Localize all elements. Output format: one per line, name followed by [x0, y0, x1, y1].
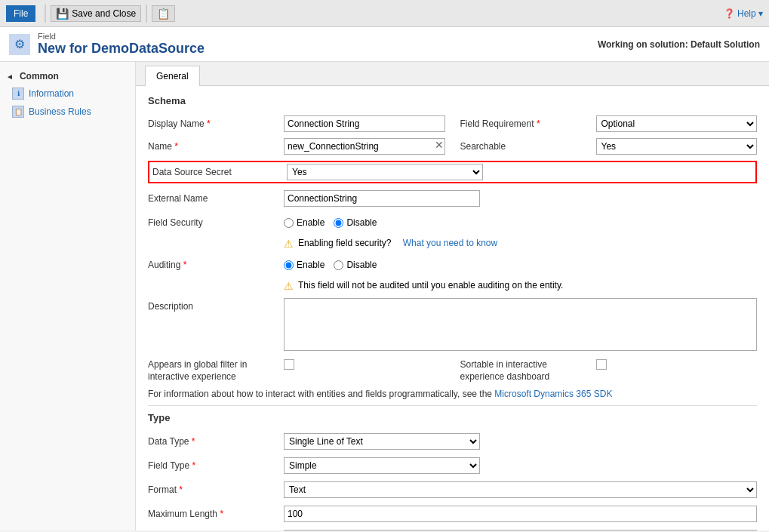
searchable-label: Searchable: [460, 141, 596, 152]
max-length-row: Maximum Length *: [148, 505, 757, 523]
information-icon: ℹ: [12, 88, 24, 100]
name-field: ✕: [284, 138, 445, 155]
info-bar: For information about how to interact wi…: [148, 389, 757, 399]
display-name-row: Display Name * Field Requirement * Optio: [148, 115, 757, 132]
sortable-col: Sortable in interactive experience dashb…: [445, 359, 758, 383]
auditing-row: Auditing * Enable Disable: [148, 256, 757, 274]
description-row: Description: [148, 298, 757, 353]
name-input[interactable]: [284, 138, 445, 155]
sortable-checkbox[interactable]: [596, 359, 607, 370]
external-name-label: External Name: [148, 193, 284, 204]
field-security-enable-radio[interactable]: [284, 218, 294, 228]
form-content: Schema Display Name * Field Requirement …: [136, 86, 769, 530]
field-security-link[interactable]: What you need to know: [403, 238, 497, 248]
copy-icon: 📋: [157, 8, 170, 20]
field-requirement-field: Optional Business Recommended Business R…: [596, 115, 758, 132]
auditing-warning-text: This field will not be audited until you…: [298, 280, 563, 291]
data-type-label: Data Type *: [148, 436, 284, 447]
external-name-row: External Name: [148, 189, 757, 208]
display-name-label: Display Name *: [148, 118, 284, 129]
divider: [148, 405, 757, 406]
data-type-select[interactable]: Single Line of Text Multiple Lines of Te…: [284, 433, 480, 450]
format-select[interactable]: Text Email URL: [284, 481, 757, 498]
global-filter-col: Appears in global filter in interactive …: [148, 359, 445, 383]
display-name-input[interactable]: [284, 115, 445, 132]
external-name-field: [284, 190, 480, 207]
format-label: Format *: [148, 484, 284, 495]
auditing-enable-radio[interactable]: [284, 260, 294, 270]
auditing-radio-group: Enable Disable: [284, 260, 757, 270]
field-requirement-select[interactable]: Optional Business Recommended Business R…: [596, 115, 758, 132]
data-source-secret-select[interactable]: Yes No: [287, 164, 483, 180]
field-security-enable-option[interactable]: Enable: [284, 217, 325, 228]
field-label: Field: [38, 32, 205, 41]
sidebar: ◄ Common ℹ Information 📋 Business Rules: [0, 62, 136, 530]
collapse-arrow-icon[interactable]: ◄: [6, 72, 14, 81]
field-type-field: Simple Calculated Rollup: [284, 457, 480, 474]
global-filter-checkbox[interactable]: [284, 359, 294, 370]
description-textarea[interactable]: [284, 298, 757, 351]
page-title: New for DemoDataSource: [38, 41, 205, 57]
schema-section-title: Schema: [148, 95, 757, 108]
main-layout: ◄ Common ℹ Information 📋 Business Rules …: [0, 62, 769, 530]
field-type-label: Field Type *: [148, 460, 284, 471]
name-row: Name * ✕ Searchable Yes No: [148, 138, 757, 155]
auditing-warning-row: ⚠ This field will not be audited until y…: [284, 280, 757, 292]
searchable-field: Yes No: [596, 138, 758, 155]
data-source-secret-label: Data Source Secret: [151, 167, 287, 177]
field-requirement-label: Field Requirement *: [460, 118, 596, 129]
field-security-disable-radio[interactable]: [334, 218, 343, 228]
searchable-col: Searchable Yes No: [445, 138, 758, 155]
auditing-disable-option[interactable]: Disable: [334, 260, 377, 270]
field-requirement-col: Field Requirement * Optional Business Re…: [445, 115, 758, 132]
data-source-secret-field: Yes No: [287, 164, 754, 180]
page-header: ⚙ Field New for DemoDataSource Working o…: [0, 27, 769, 62]
sortable-field: [596, 359, 758, 370]
format-row: Format * Text Email URL: [148, 481, 757, 499]
working-on-label: Working on solution: Default Solution: [598, 39, 760, 50]
data-type-field: Single Line of Text Multiple Lines of Te…: [284, 433, 480, 450]
sdk-link[interactable]: Microsoft Dynamics 365 SDK: [494, 389, 612, 399]
business-rules-icon: 📋: [12, 106, 24, 118]
sidebar-item-information[interactable]: ℹ Information: [0, 85, 135, 103]
global-filter-label: Appears in global filter in interactive …: [148, 359, 284, 383]
tab-bar: General: [136, 62, 769, 86]
ime-mode-select[interactable]: auto active inactive disabled: [284, 530, 757, 530]
searchable-select[interactable]: Yes No: [596, 138, 758, 155]
display-name-col: Display Name *: [148, 115, 445, 132]
sidebar-common-label: Common: [20, 71, 59, 81]
auditing-enable-option[interactable]: Enable: [284, 260, 325, 270]
description-label: Description: [148, 298, 284, 312]
field-security-row: Field Security Enable Disable: [148, 214, 757, 232]
copy-button[interactable]: 📋: [152, 5, 175, 22]
name-label: Name *: [148, 141, 284, 152]
field-security-warning-text: Enabling field security?: [298, 238, 391, 248]
field-security-warning-row: ⚠ Enabling field security? What you need…: [284, 238, 757, 250]
auditing-label: Auditing *: [148, 260, 284, 270]
field-type-select[interactable]: Simple Calculated Rollup: [284, 457, 480, 474]
save-close-button[interactable]: 💾 Save and Close: [51, 5, 141, 22]
tab-general[interactable]: General: [145, 66, 200, 86]
field-security-radio-group: Enable Disable: [284, 217, 757, 228]
field-icon: ⚙: [9, 34, 30, 55]
auditing-field: Enable Disable: [284, 260, 757, 270]
help-button[interactable]: ❓ Help ▾: [724, 8, 763, 19]
file-button[interactable]: File: [6, 5, 35, 22]
max-length-field: [284, 506, 757, 522]
external-name-input[interactable]: [284, 190, 480, 207]
max-length-input[interactable]: [284, 506, 757, 522]
field-type-row: Field Type * Simple Calculated Rollup: [148, 457, 757, 475]
auditing-disable-radio[interactable]: [334, 260, 343, 270]
field-security-disable-option[interactable]: Disable: [334, 217, 377, 228]
max-length-label: Maximum Length *: [148, 509, 284, 519]
help-icon: ❓: [724, 8, 735, 19]
save-icon: 💾: [56, 8, 69, 20]
sortable-label: Sortable in interactive experience dashb…: [460, 359, 596, 383]
display-name-field: [284, 115, 445, 132]
name-clear-button[interactable]: ✕: [435, 140, 444, 150]
toolbar: File 💾 Save and Close 📋 ❓ Help ▾: [0, 0, 769, 27]
sidebar-item-business-rules[interactable]: 📋 Business Rules: [0, 103, 135, 121]
description-field: [284, 298, 757, 353]
checkbox-row: Appears in global filter in interactive …: [148, 359, 757, 383]
ime-mode-field: auto active inactive disabled: [284, 530, 757, 530]
